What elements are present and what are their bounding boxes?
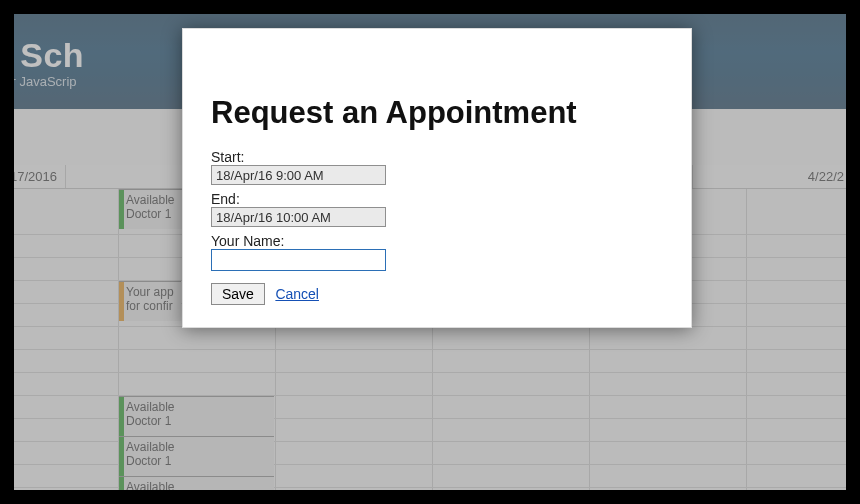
start-label: Start: — [211, 149, 663, 165]
end-field[interactable] — [211, 207, 386, 227]
save-button[interactable]: Save — [211, 283, 265, 305]
end-label: End: — [211, 191, 663, 207]
name-label: Your Name: — [211, 233, 663, 249]
cancel-link[interactable]: Cancel — [275, 286, 319, 302]
name-field[interactable] — [211, 249, 386, 271]
start-field[interactable] — [211, 165, 386, 185]
appointment-modal: Request an Appointment Start: End: Your … — [182, 28, 692, 328]
modal-title: Request an Appointment — [211, 95, 663, 131]
